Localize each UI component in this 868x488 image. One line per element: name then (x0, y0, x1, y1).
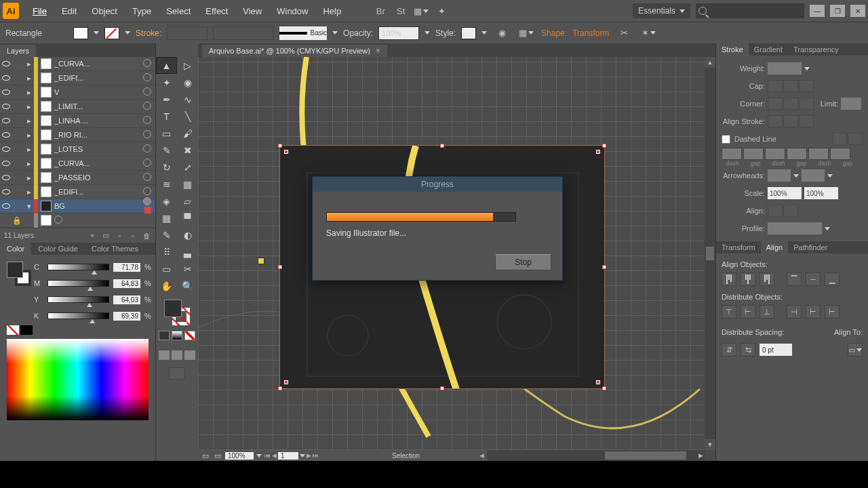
symbol-sprayer-tool[interactable]: ⠿ (156, 243, 177, 260)
target-icon[interactable] (143, 159, 155, 168)
corner-buttons[interactable] (768, 98, 814, 110)
menu-help[interactable]: Help (316, 3, 348, 19)
channel-value[interactable]: 71,78 (113, 263, 140, 272)
stroke-tab[interactable]: Stroke (716, 43, 749, 56)
target-icon[interactable] (143, 102, 155, 111)
menu-select[interactable]: Select (159, 3, 197, 19)
var-width-profile[interactable] (213, 26, 274, 40)
layer-row[interactable]: ▸_LINHA ... (0, 114, 155, 128)
workspace-switcher[interactable]: Essentials (633, 3, 690, 18)
paintbrush-tool[interactable]: 🖌 (177, 125, 198, 142)
visibility-toggle[interactable] (0, 74, 12, 82)
expand-icon[interactable]: ▸ (24, 131, 34, 140)
color-channel-m[interactable]: M64,83% (34, 275, 151, 291)
layers-tab[interactable]: Layers (0, 45, 36, 57)
recolor-icon[interactable]: ◉ (492, 26, 511, 41)
stroke-swatch[interactable] (104, 27, 119, 39)
free-transform-tool[interactable]: ▦ (177, 176, 198, 192)
chevron-down-icon[interactable] (425, 31, 430, 35)
limit-field[interactable] (841, 98, 861, 110)
dist-spacing-v-icon[interactable]: ⇵ (722, 343, 736, 357)
hand-tool[interactable]: ✋ (156, 277, 177, 294)
edit-symbol-icon[interactable]: ✶ (639, 26, 658, 41)
layer-row[interactable]: ▸_PASSEIO (0, 171, 155, 185)
target-icon[interactable] (143, 187, 155, 197)
color-channel-y[interactable]: Y64,03% (34, 291, 151, 308)
color-channel-k[interactable]: K69,39% (34, 308, 151, 324)
chevron-down-icon[interactable] (125, 31, 130, 35)
visibility-toggle[interactable] (0, 60, 12, 68)
lasso-tool[interactable]: ◉ (177, 74, 198, 91)
rectangle-tool[interactable]: ▭ (156, 125, 177, 142)
mesh-tool[interactable]: ▦ (156, 209, 177, 226)
new-layer-icon[interactable]: ▫ (128, 231, 138, 241)
align-hcenter-icon[interactable] (741, 272, 755, 286)
channel-slider[interactable] (47, 296, 109, 303)
expand-icon[interactable]: ▸ (24, 74, 34, 83)
gradient-mode-icon[interactable] (172, 331, 182, 340)
align-icon[interactable]: ▦ (517, 26, 536, 41)
none-mode-icon[interactable] (184, 331, 195, 340)
scroll-left-icon[interactable]: ◀ (479, 452, 484, 459)
target-icon[interactable] (54, 217, 62, 225)
layer-row[interactable]: 🔒 (0, 214, 155, 228)
make-clip-icon[interactable]: ▭ (101, 231, 111, 241)
fill-stroke-tools[interactable] (163, 298, 191, 327)
target-icon[interactable] (143, 197, 155, 215)
menu-type[interactable]: Type (125, 3, 158, 19)
dist-right-icon[interactable]: ⊢ (825, 305, 840, 319)
selection-tool[interactable]: ▲ (156, 57, 177, 74)
weight-field[interactable] (768, 62, 802, 75)
arrow-scale-1[interactable]: 100% (768, 187, 802, 199)
layer-row[interactable]: ▸_CURVA... (0, 57, 155, 71)
pencil-tool[interactable]: ✎ (156, 142, 177, 159)
line-tool[interactable]: ╲ (177, 108, 198, 125)
pen-tool[interactable]: ✒ (156, 91, 177, 108)
target-icon[interactable] (143, 130, 155, 140)
expand-icon[interactable]: ▸ (24, 174, 34, 182)
layer-row[interactable]: ▸_EDIFI... (0, 71, 155, 85)
arrow-scale-2[interactable]: 100% (804, 187, 838, 199)
slice-tool[interactable]: ✂ (177, 260, 198, 277)
transparency-tab[interactable]: Transparency (788, 43, 844, 56)
rotate-tool[interactable]: ↻ (156, 159, 177, 176)
target-icon[interactable] (143, 116, 155, 125)
dist-top-icon[interactable]: ⊤ (722, 305, 736, 319)
artboard-tool[interactable]: ▭ (156, 260, 177, 277)
dist-hcenter-icon[interactable]: ⊢ (806, 305, 821, 319)
expand-icon[interactable]: ▾ (24, 202, 34, 211)
dist-bottom-icon[interactable]: ⊥ (760, 305, 774, 319)
type-tool[interactable]: T (156, 108, 177, 125)
color-guide-tab[interactable]: Color Guide (31, 243, 85, 255)
target-icon[interactable] (143, 59, 155, 68)
gradient-tab[interactable]: Gradient (749, 43, 788, 56)
color-themes-tab[interactable]: Color Themes (85, 243, 145, 255)
color-mode-icon[interactable] (159, 331, 170, 340)
align-bottom-icon[interactable]: ▁ (825, 272, 840, 286)
scale-tool[interactable]: ⤢ (177, 159, 198, 176)
close-button[interactable]: ✕ (850, 5, 865, 17)
menu-view[interactable]: View (236, 3, 269, 19)
vertical-scrollbar[interactable]: ▲ ▼ (705, 57, 715, 450)
arrow-start[interactable] (768, 169, 791, 182)
stop-button[interactable]: Stop (495, 254, 551, 270)
dist-left-icon[interactable]: ⊣ (787, 305, 802, 319)
channel-value[interactable]: 64,83 (113, 279, 140, 288)
shape-builder-tool[interactable]: ◈ (156, 192, 177, 209)
transform-link[interactable]: Transform (572, 28, 609, 38)
visibility-toggle[interactable] (0, 131, 12, 139)
dash-inputs[interactable] (722, 148, 863, 160)
expand-icon[interactable]: ▸ (24, 117, 34, 125)
color-spectrum[interactable] (7, 339, 149, 420)
scrollbar-thumb[interactable] (605, 451, 686, 460)
artboard-number-field[interactable]: 1 (278, 452, 298, 460)
artboard-nav-icon-2[interactable]: ▭ (213, 451, 222, 460)
document-tab[interactable]: Arquivo Base.ai* @ 100% (CMYK/GPU Previe… (202, 45, 387, 57)
first-artboard-icon[interactable]: ⏮ (264, 452, 271, 459)
dist-vcenter-icon[interactable]: ⊢ (741, 305, 755, 319)
scrollbar-thumb[interactable] (706, 247, 714, 260)
arrow-end[interactable] (802, 169, 825, 182)
align-left-icon[interactable] (722, 272, 736, 286)
locate-layer-icon[interactable]: ⌖ (87, 231, 97, 241)
lock-toggle[interactable]: 🔒 (12, 216, 24, 225)
